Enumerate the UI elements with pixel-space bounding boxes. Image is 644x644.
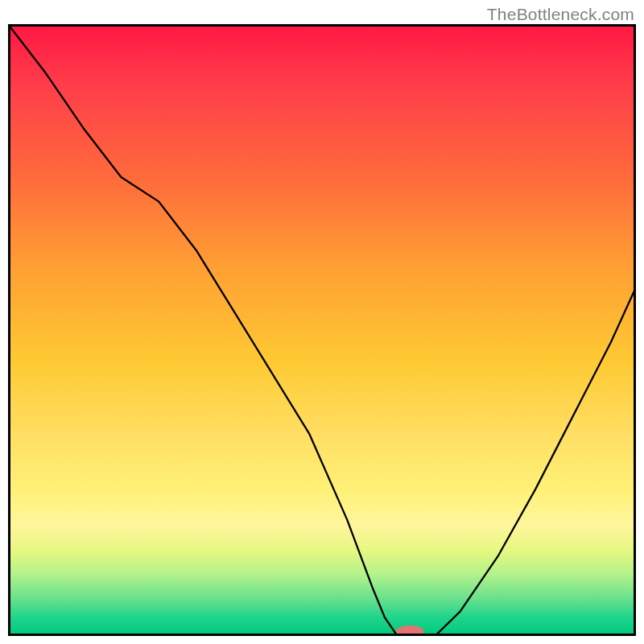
minimum-marker xyxy=(396,625,423,636)
bottleneck-chart xyxy=(8,24,636,636)
watermark-text: TheBottleneck.com xyxy=(487,5,634,24)
chart-svg-layer xyxy=(8,24,636,636)
bottleneck-curve xyxy=(8,24,636,636)
